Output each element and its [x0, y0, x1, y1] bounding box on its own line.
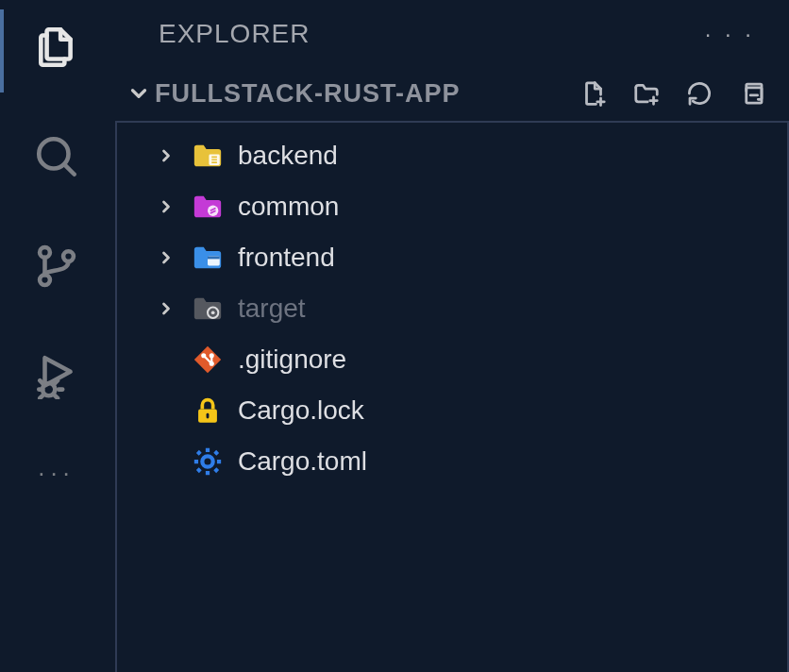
tree-item-label: frontend: [238, 243, 335, 273]
activity-explorer[interactable]: [30, 21, 83, 74]
folder-icon: [191, 292, 225, 326]
lock-icon: [191, 394, 225, 428]
file-cargo-toml[interactable]: Cargo.toml: [117, 436, 787, 487]
svg-rect-9: [208, 257, 220, 260]
folder-icon: [191, 139, 225, 173]
sidebar-title: EXPLORER: [159, 19, 311, 49]
svg-rect-16: [207, 413, 210, 419]
new-file-icon: [579, 79, 608, 108]
tree-item-label: Cargo.toml: [238, 446, 367, 477]
collapse-all-icon: [738, 79, 766, 108]
gear-icon: [191, 445, 225, 479]
svg-point-17: [202, 456, 212, 466]
folder-target[interactable]: target: [117, 283, 787, 334]
folder-common[interactable]: common: [117, 181, 787, 232]
new-file-button[interactable]: [578, 77, 610, 109]
search-icon: [33, 133, 80, 180]
collapse-all-button[interactable]: [736, 77, 768, 109]
tree-item-label: .gitignore: [238, 344, 346, 375]
new-folder-icon: [632, 79, 661, 108]
chevron-right-icon: [155, 248, 177, 267]
svg-point-7: [208, 206, 218, 216]
folder-icon: [191, 241, 225, 275]
chevron-right-icon: [155, 299, 177, 318]
git-branch-icon: [33, 243, 80, 290]
sidebar-header: EXPLORER · · ·: [113, 19, 789, 66]
new-folder-button[interactable]: [630, 77, 663, 109]
chevron-right-icon: [155, 146, 177, 165]
git-icon: [191, 343, 225, 377]
activity-run-debug[interactable]: [30, 349, 83, 402]
activity-overflow[interactable]: ···: [38, 459, 76, 488]
tree-item-label: target: [238, 294, 306, 324]
chevron-right-icon: [155, 197, 177, 216]
activity-bar: ···: [0, 0, 113, 672]
tree-item-label: common: [238, 192, 339, 222]
activity-source-control[interactable]: [30, 240, 83, 293]
folder-icon: [191, 190, 225, 224]
tree-item-label: Cargo.lock: [238, 395, 364, 426]
refresh-icon: [685, 79, 713, 108]
file-gitignore[interactable]: .gitignore: [117, 334, 787, 385]
folder-frontend[interactable]: frontend: [117, 232, 787, 283]
workspace-section-header[interactable]: FULLSTACK-RUST-APP: [113, 66, 789, 121]
sidebar-more-actions[interactable]: · · ·: [705, 21, 755, 47]
run-debug-icon: [33, 352, 80, 399]
activity-search[interactable]: [30, 130, 83, 183]
files-icon: [33, 24, 80, 71]
tree-item-label: backend: [238, 141, 338, 171]
file-tree: backend common frontend: [115, 121, 789, 672]
workspace-name: FULLSTACK-RUST-APP: [155, 79, 578, 109]
section-actions: [578, 77, 768, 109]
chevron-down-icon: [123, 81, 155, 106]
folder-backend[interactable]: backend: [117, 130, 787, 181]
refresh-button[interactable]: [683, 77, 715, 109]
svg-point-11: [211, 311, 215, 314]
file-cargo-lock[interactable]: Cargo.lock: [117, 385, 787, 436]
explorer-sidebar: EXPLORER · · · FULLSTACK-RUST-APP: [113, 0, 789, 672]
